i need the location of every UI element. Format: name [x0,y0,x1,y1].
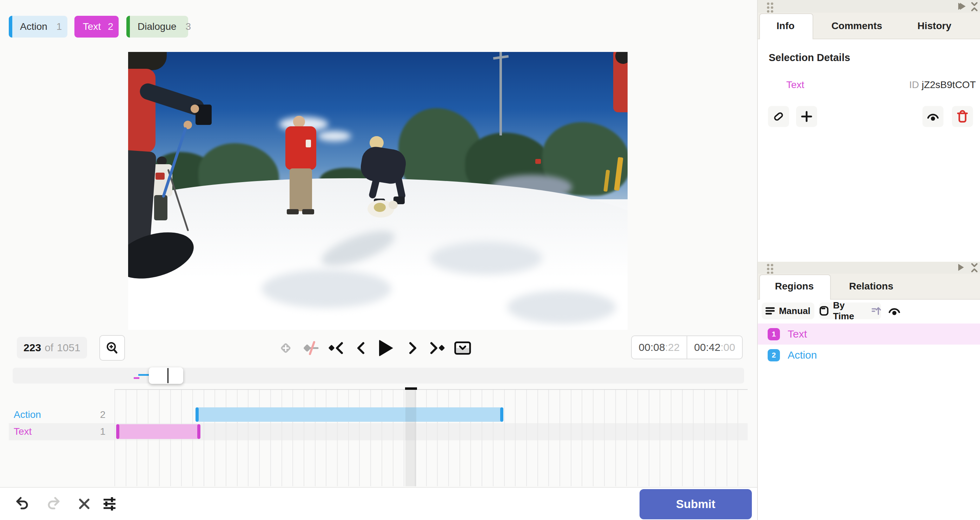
label-chip-action[interactable]: Action 1 [9,16,67,38]
timeline-region-action[interactable] [196,407,503,422]
tab-comments[interactable]: Comments [832,20,883,32]
group-manual-button[interactable]: Manual [762,302,815,319]
timeline-zoom-button[interactable] [99,335,125,361]
total-time-frames: :00 [721,341,735,353]
settings-icon [102,496,118,512]
settings-button[interactable] [101,495,118,512]
visibility-button[interactable] [923,106,943,127]
current-time: 00:08:22 [632,336,687,359]
light-pole [500,52,502,135]
collapse-panel-icon[interactable] [969,2,979,12]
clear-icon [77,497,91,511]
person-standing-shoe [287,209,299,215]
selection-details-title: Selection Details [769,52,850,64]
eye-icon [887,305,901,317]
timeline-region-text[interactable] [116,424,200,439]
drag-handle-icon[interactable] [767,264,773,274]
dog-patch [374,203,386,212]
total-frames: 1051 [57,342,80,354]
frame-counter[interactable]: 223 of 1051 [17,337,87,359]
playhead-marker[interactable] [405,387,417,390]
clear-button[interactable] [76,495,93,512]
regions-panel-header[interactable] [758,262,980,274]
collapse-panel-icon[interactable] [969,262,979,273]
expand-panel-icon[interactable] [958,264,964,271]
snow-shadow [430,242,542,275]
current-time-frames: :22 [665,341,680,353]
toggle-interpolation-button[interactable] [302,339,320,357]
region-start-handle[interactable] [116,424,119,439]
tab-history[interactable]: History [918,20,951,32]
label-chip-hotkey: 2 [108,21,113,32]
region-index-badge: 1 [768,328,780,340]
person-standing-badge [306,140,311,147]
play-button[interactable] [377,339,395,357]
toggle-timeline-button[interactable] [453,339,472,357]
track-label-text[interactable]: Text [14,426,32,437]
child-skier-legs [154,195,167,220]
person-standing-head [293,116,305,128]
order-by-time-button[interactable]: By Time [819,302,881,319]
region-list-item-action[interactable]: 2 Action [758,345,980,366]
redo-button[interactable] [45,495,62,512]
dog-head [388,201,398,209]
track-label-action[interactable]: Action [14,409,41,420]
minimap-viewport[interactable] [149,367,183,384]
label-chip-dialogue[interactable]: Dialogue 3 [126,16,188,38]
undo-icon [14,496,30,512]
region-list-item-text[interactable]: 1 Text [758,323,980,345]
timeline-grid[interactable] [115,390,748,486]
current-frame: 223 [24,342,41,354]
brake-light [535,159,541,164]
minimap-playhead[interactable] [167,368,169,383]
drag-handle-icon[interactable] [767,2,773,13]
add-keyframe-button[interactable] [277,339,295,357]
label-color-bar [9,16,12,38]
toggle-timeline-icon [453,340,472,356]
region-end-handle[interactable] [500,407,503,422]
frame-separator: of [45,342,53,354]
next-frame-button[interactable] [403,339,422,357]
photographer-hand [191,105,199,113]
add-relation-button[interactable] [796,106,817,127]
id-label: ID [909,79,919,90]
current-time-main: 00:08 [639,341,665,353]
time-display[interactable]: 00:08:22 00:42:00 [631,336,743,359]
track-name: Text [14,426,32,437]
group-manual-label: Manual [779,305,810,316]
total-time: 00:42:00 [687,336,742,359]
prev-keyframe-button[interactable] [327,339,345,357]
tab-info[interactable]: Info [776,20,794,32]
selection-id: ID jZ2sB9tCOT [758,79,976,91]
regions-visibility-toggle[interactable] [887,305,901,317]
tab-regions[interactable]: Regions [775,281,814,292]
label-chip-name: Dialogue [138,21,177,32]
by-time-icon [819,305,829,316]
person-standing-jacket [285,126,316,170]
order-by-time-label: By Time [833,300,867,322]
prev-frame-button[interactable] [352,339,370,357]
minimap-text-segment [134,377,139,379]
track-name: Action [14,409,41,420]
label-chip-text[interactable]: Text 2 [75,16,119,38]
person-standing-shoe [302,209,314,215]
tab-relations[interactable]: Relations [849,281,893,292]
region-start-handle[interactable] [196,407,199,422]
info-panel-header[interactable] [758,0,980,13]
submit-button[interactable]: Submit [640,489,752,519]
right-sidebar [758,0,980,520]
next-keyframe-button[interactable] [428,339,446,357]
add-keyframe-icon [278,340,294,356]
timeline-minimap[interactable] [13,368,744,383]
photographer-cap [128,52,167,70]
track-count-text: 1 [100,426,106,437]
region-end-handle[interactable] [197,424,200,439]
playhead-column[interactable] [406,390,416,486]
label-color-bar [126,16,130,38]
region-index-badge: 2 [768,349,780,361]
link-button[interactable] [768,106,789,127]
delete-button[interactable] [952,106,973,127]
undo-button[interactable] [14,495,31,512]
expand-panel-icon[interactable] [958,3,964,10]
video-frame[interactable] [128,52,628,330]
